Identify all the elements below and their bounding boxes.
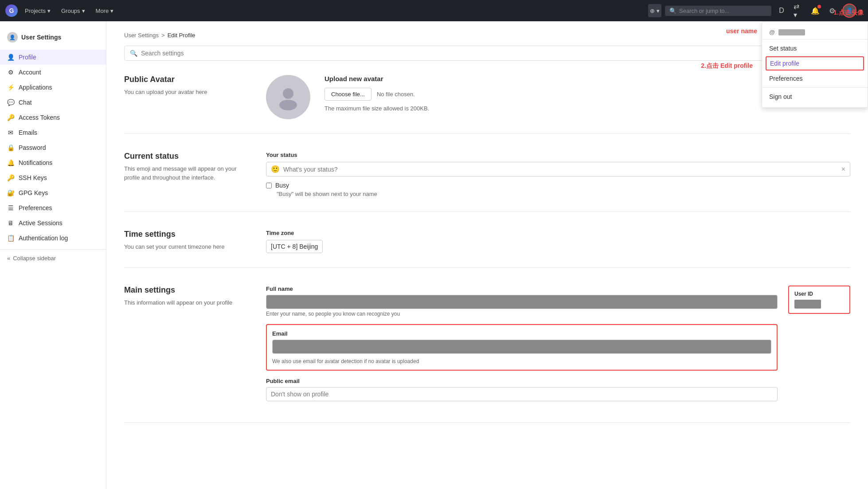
time-settings-section: Time settings You can set your current t…	[124, 230, 850, 268]
sidebar-item-applications[interactable]: ⚡ Applications	[0, 80, 106, 95]
user-avatar-button[interactable]: 👤	[842, 4, 856, 18]
section-right-main-settings: Full name Enter your name, so people you…	[266, 286, 850, 408]
user-dropdown-menu: @ Set status Edit profile Preferences Si…	[762, 21, 868, 108]
projects-menu-button[interactable]: Projects ▾	[21, 6, 54, 16]
gpg-icon: 🔐	[7, 189, 14, 196]
preferences-dropdown-item[interactable]: Preferences	[762, 71, 868, 86]
chevron-down-icon: ▾	[82, 8, 85, 14]
avatar-section-title: Public Avatar	[124, 75, 248, 84]
breadcrumb-current: Edit Profile	[168, 32, 195, 39]
gitlab-logo[interactable]: G	[5, 4, 18, 17]
sidebar-item-authentication-log[interactable]: 📋 Authentication log	[0, 231, 106, 246]
applications-icon: ⚡	[7, 84, 14, 91]
public-email-label: Public email	[266, 378, 778, 384]
sidebar-item-ssh-keys[interactable]: 🔑 SSH Keys	[0, 170, 106, 185]
section-left-main-settings: Main settings This information will appe…	[124, 286, 248, 408]
new-item-button[interactable]: ⊕ ▾	[648, 4, 661, 17]
choose-file-button[interactable]: Choose file...	[325, 88, 371, 101]
groups-menu-button[interactable]: Groups ▾	[58, 6, 89, 16]
user-id-value	[794, 300, 821, 309]
settings-search-input[interactable]	[141, 50, 845, 57]
breadcrumb: User Settings > Edit Profile	[124, 32, 850, 39]
sessions-icon: 🖥	[7, 219, 14, 227]
help-icon-btn[interactable]: ⚙	[825, 4, 839, 17]
email-label: Email	[272, 330, 771, 337]
user-profile-icon-btn[interactable]: D	[775, 4, 788, 17]
file-size-limit: The maximum file size allowed is 200KB.	[325, 105, 429, 112]
timezone-select[interactable]: [UTC + 8] Beijing	[266, 240, 323, 253]
search-bar[interactable]: 🔍 Search or jump to...	[665, 6, 771, 16]
avatar-upload-area: Upload new avatar Choose file... No file…	[325, 75, 429, 112]
breadcrumb-parent-link[interactable]: User Settings	[124, 32, 159, 39]
section-left-status: Current status This emoji and message wi…	[124, 152, 248, 197]
notifications-icon-btn[interactable]: 🔔	[809, 4, 822, 17]
current-status-section: Current status This emoji and message wi…	[124, 152, 850, 212]
status-clear-button[interactable]: ×	[841, 166, 845, 173]
full-name-input[interactable]	[266, 295, 778, 309]
status-input-wrap[interactable]: 🙂 ×	[266, 162, 850, 176]
sidebar-item-account[interactable]: ⚙ Account	[0, 65, 106, 80]
preferences-icon: ☰	[7, 204, 14, 211]
email-hint: We also use email for avatar detection i…	[272, 358, 771, 364]
section-left-time: Time settings You can set your current t…	[124, 230, 248, 253]
status-text-input[interactable]	[283, 166, 838, 173]
at-symbol: @	[769, 29, 775, 35]
password-icon: 🔒	[7, 144, 14, 151]
sidebar-item-password[interactable]: 🔒 Password	[0, 140, 106, 155]
chat-icon: 💬	[7, 99, 14, 106]
email-field-group: Email We also use email for avatar detec…	[266, 324, 778, 371]
sidebar: 👤 User Settings 👤 Profile ⚙ Account ⚡ Ap…	[0, 21, 106, 489]
set-status-dropdown-item[interactable]: Set status	[762, 41, 868, 55]
breadcrumb-separator: >	[161, 32, 165, 39]
public-email-input[interactable]	[266, 387, 778, 401]
status-section-title: Current status	[124, 152, 248, 161]
busy-checkbox[interactable]	[266, 183, 272, 188]
more-menu-button[interactable]: More ▾	[92, 6, 117, 16]
status-section-desc: This emoji and message will appear on yo…	[124, 164, 248, 182]
avatar-image	[266, 75, 310, 119]
sidebar-item-gpg-keys[interactable]: 🔐 GPG Keys	[0, 185, 106, 200]
upload-label: Upload new avatar	[325, 75, 429, 82]
public-avatar-section: Public Avatar You can upload your avatar…	[124, 75, 850, 134]
merge-request-icon-btn[interactable]: ⇄ ▾	[792, 4, 805, 17]
user-id-label: User ID	[794, 291, 844, 297]
dropdown-divider	[762, 87, 868, 88]
public-email-field-group: Public email	[266, 378, 778, 401]
svg-point-1	[279, 100, 297, 110]
edit-profile-dropdown-item[interactable]: Edit profile	[766, 56, 864, 70]
sidebar-item-profile[interactable]: 👤 Profile	[0, 50, 106, 65]
full-name-field-group: Full name Enter your name, so people you…	[266, 286, 778, 317]
sidebar-item-emails[interactable]: ✉ Emails	[0, 125, 106, 140]
busy-hint: "Busy" will be shown next to your name	[277, 191, 850, 197]
token-icon: 🔑	[7, 114, 14, 121]
search-icon: 🔍	[669, 8, 676, 14]
notification-icon: 🔔	[7, 159, 14, 166]
sidebar-title: 👤 User Settings	[0, 28, 106, 50]
avatar-section-desc: You can upload your avatar here	[124, 88, 248, 97]
dropdown-username	[778, 29, 805, 35]
emoji-picker-button[interactable]: 🙂	[271, 165, 280, 173]
sidebar-item-preferences[interactable]: ☰ Preferences	[0, 200, 106, 215]
top-navigation: G Projects ▾ Groups ▾ More ▾ ⊕ ▾ 🔍 Searc…	[0, 0, 868, 21]
main-settings-fields: Full name Enter your name, so people you…	[266, 286, 778, 408]
sidebar-item-chat[interactable]: 💬 Chat	[0, 95, 106, 110]
chevron-down-icon: ▾	[110, 8, 113, 14]
busy-checkbox-row: Busy	[266, 182, 850, 189]
sidebar-user-avatar: 👤	[7, 32, 18, 43]
app-layout: 👤 User Settings 👤 Profile ⚙ Account ⚡ Ap…	[0, 21, 868, 489]
person-icon: 👤	[7, 54, 14, 61]
ssh-icon: 🔑	[7, 174, 14, 181]
time-section-title: Time settings	[124, 230, 248, 239]
section-right-status: Your status 🙂 × Busy "Busy" will be show…	[266, 152, 850, 197]
sidebar-item-access-tokens[interactable]: 🔑 Access Tokens	[0, 110, 106, 125]
settings-search-bar[interactable]: 🔍	[124, 46, 850, 61]
default-avatar-icon	[275, 84, 301, 110]
sidebar-item-notifications[interactable]: 🔔 Notifications	[0, 155, 106, 170]
collapse-sidebar-button[interactable]: « Collapse sidebar	[0, 249, 106, 267]
your-status-label: Your status	[266, 152, 850, 158]
sign-out-dropdown-item[interactable]: Sign out	[762, 90, 868, 104]
timezone-label: Time zone	[266, 230, 850, 236]
chevron-down-icon: ▾	[47, 8, 51, 14]
sidebar-item-active-sessions[interactable]: 🖥 Active Sessions	[0, 215, 106, 231]
email-input[interactable]	[272, 340, 771, 354]
